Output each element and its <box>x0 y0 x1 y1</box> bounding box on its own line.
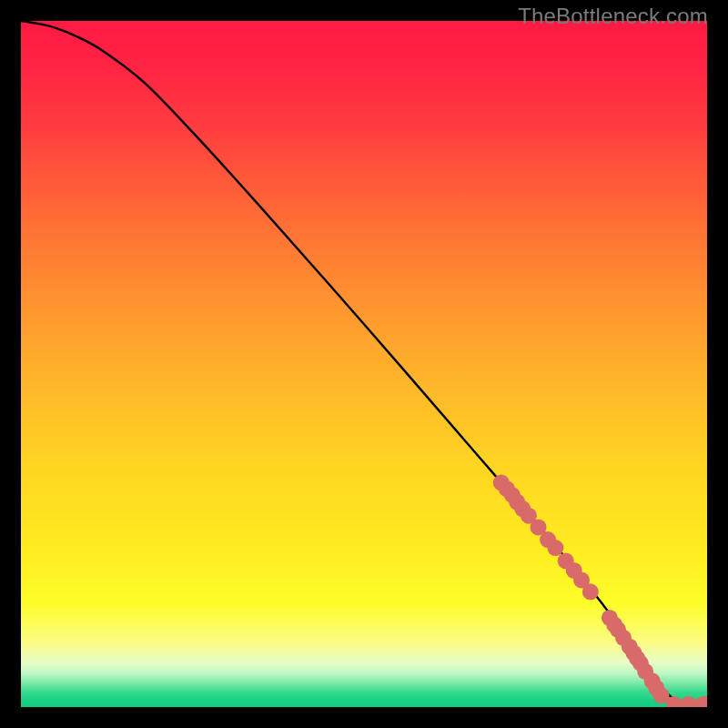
plot-area <box>21 21 707 707</box>
data-marker <box>582 583 599 600</box>
chart-svg <box>21 21 707 707</box>
chart-container: TheBottleneck.com <box>0 0 728 728</box>
plot-background <box>21 21 707 707</box>
watermark-text: TheBottleneck.com <box>518 4 708 29</box>
data-marker <box>547 540 563 556</box>
